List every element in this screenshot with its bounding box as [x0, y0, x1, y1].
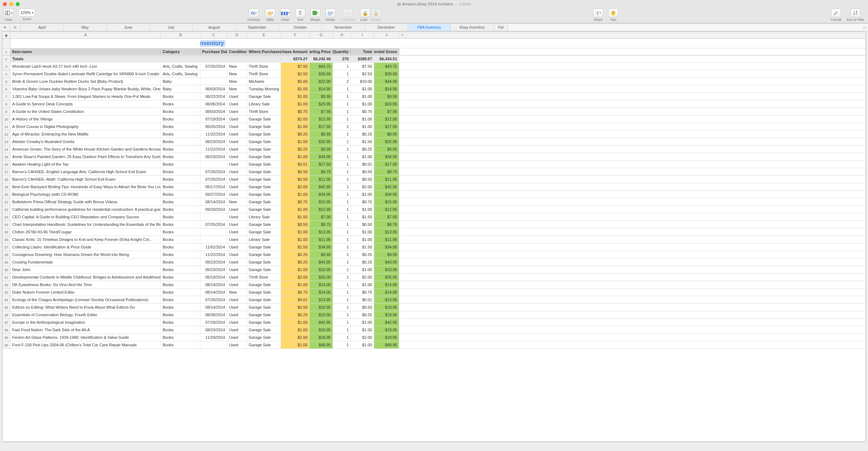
cell-total[interactable]: $1.00 — [351, 123, 374, 130]
cell-item-name[interactable]: Chart Interpretation Handbook: Guideline… — [10, 221, 161, 228]
text-button[interactable]: T — [295, 9, 305, 17]
cell-potential-gross[interactable]: $29.95 — [374, 100, 399, 108]
cell-amount[interactable]: $0.75 — [281, 289, 310, 296]
cell-where[interactable]: Tuesday Morning — [247, 85, 281, 92]
cell-starting-price[interactable]: $11.95 — [310, 176, 333, 183]
cell-category[interactable]: Books — [161, 138, 200, 145]
cell-where[interactable]: Garage Sale — [247, 198, 281, 205]
row-header[interactable]: 38 — [3, 326, 10, 333]
row-header[interactable]: 22 — [3, 206, 10, 213]
cell-total[interactable]: $0.25 — [351, 130, 374, 138]
cell-starting-price[interactable]: $9.95 — [310, 146, 333, 153]
cell-total[interactable]: $7.50 — [351, 63, 374, 70]
cell-condition[interactable]: Used — [227, 319, 247, 326]
add-column-handle[interactable]: ⦀ — [399, 32, 405, 38]
cell-starting-price[interactable]: $19.90 — [310, 311, 333, 318]
cell-quantity[interactable]: 1 — [333, 266, 351, 273]
cell-condition[interactable]: Used — [227, 243, 247, 251]
cell-item-name[interactable]: CEO Capital: A Guide to Building CEO Rep… — [10, 213, 161, 220]
sheet-tab-august[interactable]: August — [193, 24, 236, 31]
cell-total[interactable]: $1.00 — [351, 236, 374, 243]
cell-condition[interactable]: Used — [227, 206, 247, 213]
cell-purchase-date[interactable]: 11/22/2014 — [200, 130, 227, 138]
cell-potential-gross[interactable]: $32.95 — [374, 138, 399, 145]
cell-quantity[interactable]: 1 — [333, 115, 351, 123]
cell-potential-gross[interactable]: $17.95 — [374, 123, 399, 130]
add-sheet-button[interactable]: + — [0, 24, 10, 31]
cell-item-name[interactable]: A Guide to Service Desk Concepts — [10, 100, 161, 108]
tips-button[interactable] — [608, 9, 618, 17]
cell-amount[interactable]: $0.50 — [281, 221, 310, 228]
cell-where[interactable]: Garage Sale — [247, 228, 281, 236]
cell-quantity[interactable]: 1 — [333, 93, 351, 100]
cell-potential-gross[interactable]: $19.90 — [374, 311, 399, 318]
cell-purchase-date[interactable]: 05/17/2014 — [200, 183, 227, 190]
cell-category[interactable]: Books — [161, 236, 200, 243]
row-header[interactable]: 3 — [3, 63, 10, 70]
cell-potential-gross[interactable]: $42.95 — [374, 183, 399, 190]
cell-total[interactable]: $0.50 — [351, 176, 374, 183]
row-header[interactable]: 21 — [3, 198, 10, 205]
cell-category[interactable]: Books — [161, 251, 200, 258]
cell-purchase-date[interactable]: 06/22/2014 — [200, 93, 227, 100]
cell-where[interactable]: Garage Sale — [247, 183, 281, 190]
sheet-tab-november[interactable]: November — [322, 24, 365, 31]
row-header[interactable]: 24 — [3, 221, 10, 228]
cell-condition[interactable]: New — [227, 198, 247, 205]
cell-category[interactable]: Books — [161, 296, 200, 303]
cell-where[interactable]: Garage Sale — [247, 138, 281, 145]
row-header[interactable]: 10 — [3, 115, 10, 123]
cell-condition[interactable]: Used — [227, 258, 247, 266]
cell-amount[interactable]: $0.25 — [281, 251, 310, 258]
cell-purchase-date[interactable]: 08/23/2014 — [200, 326, 227, 333]
cell-total[interactable]: $0.75 — [351, 198, 374, 205]
cell-starting-price[interactable]: $7.00 — [310, 213, 333, 220]
cell-total[interactable]: $1.50 — [351, 243, 374, 251]
cell-item-name[interactable]: Best-Ever Backyard Birding Tips: Hundred… — [10, 183, 161, 190]
cell-amount[interactable]: $1.50 — [281, 213, 310, 220]
cell-potential-gross[interactable]: $11.95 — [374, 176, 399, 183]
header-cell[interactable]: Item-name — [10, 48, 161, 55]
cell-total[interactable]: $0.01 — [351, 296, 374, 303]
cell-starting-price[interactable]: $43.75 — [310, 63, 333, 70]
cell-quantity[interactable]: 1 — [333, 289, 351, 296]
cell-quantity[interactable]: 1 — [333, 311, 351, 318]
cell-amount[interactable]: $0.50 — [281, 168, 310, 175]
cell-where[interactable]: Garage Sale — [247, 341, 281, 348]
cell-purchase-date[interactable]: 06/03/2014 — [200, 85, 227, 92]
cell-total[interactable]: $0.01 — [351, 161, 374, 168]
cell-potential-gross[interactable]: $8.75 — [374, 168, 399, 175]
col-header[interactable]: G — [310, 32, 333, 38]
cell-starting-price[interactable]: $14.95 — [310, 85, 333, 92]
cell-category[interactable]: Books — [161, 146, 200, 153]
cell-where[interactable]: Garage Sale — [247, 146, 281, 153]
row-header[interactable]: 39 — [3, 334, 10, 341]
cell-quantity[interactable]: 1 — [333, 213, 351, 220]
cell-item-name[interactable]: Essentials of Conservation Biology, Four… — [10, 311, 161, 318]
col-header[interactable]: I — [351, 32, 374, 38]
cell-potential-gross[interactable]: $35.00 — [374, 274, 399, 281]
cell-amount[interactable]: $1.00 — [281, 236, 310, 243]
cell-purchase-date[interactable] — [200, 213, 227, 220]
cell-total[interactable]: $0.50 — [351, 304, 374, 311]
cell-quantity[interactable]: 1 — [333, 146, 351, 153]
cell-potential-gross[interactable]: $13.95 — [374, 228, 399, 236]
cell-condition[interactable]: Used — [227, 266, 247, 273]
cell-potential-gross[interactable]: $34.95 — [374, 153, 399, 160]
cell-amount[interactable]: $1.00 — [281, 100, 310, 108]
cell-amount[interactable]: $0.25 — [281, 146, 310, 153]
cell-amount[interactable]: $1.00 — [281, 228, 310, 236]
cell-total[interactable]: $0.50 — [351, 221, 374, 228]
cell-purchase-date[interactable] — [200, 161, 227, 168]
cell-category[interactable]: Books — [161, 326, 200, 333]
cell-starting-price[interactable]: $8.95 — [310, 130, 333, 138]
cell-total[interactable]: $0.75 — [351, 289, 374, 296]
cell-category[interactable]: Books — [161, 108, 200, 115]
row-header[interactable]: 18 — [3, 176, 10, 183]
chart-button[interactable]: ▮▮▮▾ — [280, 9, 290, 17]
cell-quantity[interactable]: 1 — [333, 153, 351, 160]
cell-quantity[interactable]: 1 — [333, 138, 351, 145]
cell-quantity[interactable]: 1 — [333, 198, 351, 205]
cell-condition[interactable]: New — [227, 289, 247, 296]
sheet-tab-june[interactable]: June — [107, 24, 150, 31]
